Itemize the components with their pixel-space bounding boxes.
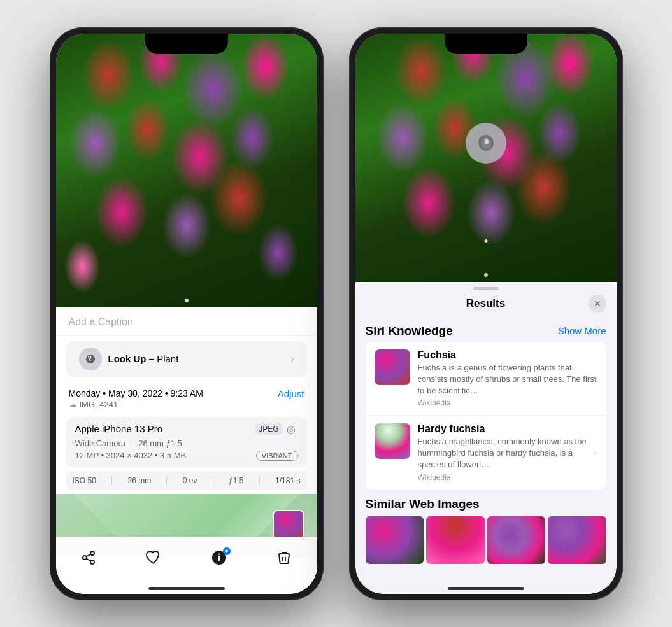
similar-title: Similar Web Images [366, 497, 606, 511]
chevron-right-icon: › [594, 373, 597, 383]
info-button[interactable]: i ✦ [210, 549, 228, 567]
notch-right [445, 34, 527, 54]
lookup-row[interactable]: Look Up – Plant › [66, 341, 307, 377]
share-button[interactable] [80, 549, 97, 567]
bottom-toolbar: i ✦ [56, 537, 317, 594]
similar-image-3[interactable] [487, 516, 546, 564]
lookup-label: Look Up – Plant [108, 353, 179, 364]
svg-text:i: i [218, 553, 220, 563]
exif-ev: 0 ev [183, 476, 197, 485]
knowledge-item-hardy[interactable]: Hardy fuchsia Fuchsia magellanica, commo… [366, 416, 606, 490]
siri-button[interactable] [466, 123, 506, 164]
caption-row[interactable]: Add a Caption [56, 307, 317, 336]
fuchsia-desc: Fuchsia is a genus of flowering plants t… [418, 362, 597, 397]
fuchsia-source: Wikipedia [418, 398, 597, 407]
left-phone: Add a Caption Look Up – Plant [50, 27, 324, 600]
knowledge-item-fuchsia[interactable]: Fuchsia Fuchsia is a genus of flowering … [366, 342, 606, 416]
similar-image-1[interactable] [366, 516, 424, 564]
photo-left[interactable] [56, 34, 317, 307]
close-button[interactable]: ✕ [589, 295, 606, 313]
lookup-icon [79, 348, 102, 370]
photo-date: Monday • May 30, 2022 • 9:23 AM [69, 388, 203, 398]
photo-right [355, 34, 617, 282]
jpeg-badge: JPEG [255, 423, 282, 435]
lookup-chevron-icon: › [291, 354, 294, 364]
results-handle [355, 282, 617, 292]
results-panel: Results ✕ Siri Knowledge Show More [355, 282, 617, 594]
similar-image-2[interactable] [426, 516, 485, 564]
knowledge-card: Fuchsia Fuchsia is a genus of flowering … [366, 342, 606, 490]
results-content: Siri Knowledge Show More Fuchsia [355, 319, 617, 594]
metadata-row: Monday • May 30, 2022 • 9:23 AM ☁ IMG_42… [56, 382, 317, 413]
photo-dot-indicator [185, 299, 189, 302]
show-more-button[interactable]: Show More [558, 325, 606, 336]
adjust-button[interactable]: Adjust [278, 388, 304, 399]
hardy-desc: Fuchsia magellanica, commonly known as t… [418, 436, 597, 471]
similar-images-grid [366, 516, 606, 564]
chevron-right-icon-2: › [594, 447, 597, 458]
photo-filename: ☁ IMG_4241 [69, 400, 203, 409]
fuchsia-name: Fuchsia [418, 349, 597, 361]
home-indicator-right [448, 587, 524, 590]
fuchsia-thumbnail [375, 349, 410, 385]
notch [145, 34, 228, 54]
resolution-text: 12 MP • 3024 × 4032 • 3.5 MB [75, 451, 187, 460]
trash-button[interactable] [275, 549, 293, 567]
device-row: Apple iPhone 13 Pro JPEG ◎ Wide Camera —… [66, 417, 307, 467]
heart-button[interactable] [145, 549, 162, 567]
hardy-name: Hardy fuchsia [418, 423, 597, 435]
device-name: Apple iPhone 13 Pro [75, 423, 163, 434]
results-title: Results [383, 297, 589, 310]
siri-dot [484, 239, 487, 243]
photo-dot-right [484, 273, 488, 277]
exif-iso: ISO 50 [73, 476, 96, 485]
location-icon: ◎ [287, 423, 298, 435]
similar-section: Similar Web Images [355, 492, 617, 568]
hardy-source: Wikipedia [418, 473, 597, 482]
similar-image-4[interactable] [548, 516, 606, 564]
camera-spec: Wide Camera — 26 mm ƒ1.5 [75, 439, 298, 448]
exif-focal: 26 mm [127, 476, 151, 485]
exif-shutter: 1/181 s [275, 476, 300, 485]
hardy-thumbnail [375, 423, 410, 459]
cloud-icon: ☁ [69, 400, 77, 409]
caption-placeholder: Add a Caption [69, 316, 133, 327]
home-indicator [148, 587, 225, 590]
siri-knowledge-title: Siri Knowledge [366, 324, 453, 338]
vibrant-badge: VIBRANT [256, 451, 298, 461]
results-header: Results ✕ [355, 292, 617, 319]
exif-aperture: ƒ1.5 [229, 476, 243, 485]
right-phone: Results ✕ Siri Knowledge Show More [349, 27, 623, 600]
siri-knowledge-header: Siri Knowledge Show More [355, 319, 617, 342]
exif-row: ISO 50 26 mm 0 ev ƒ1.5 1/181 s [66, 471, 307, 490]
